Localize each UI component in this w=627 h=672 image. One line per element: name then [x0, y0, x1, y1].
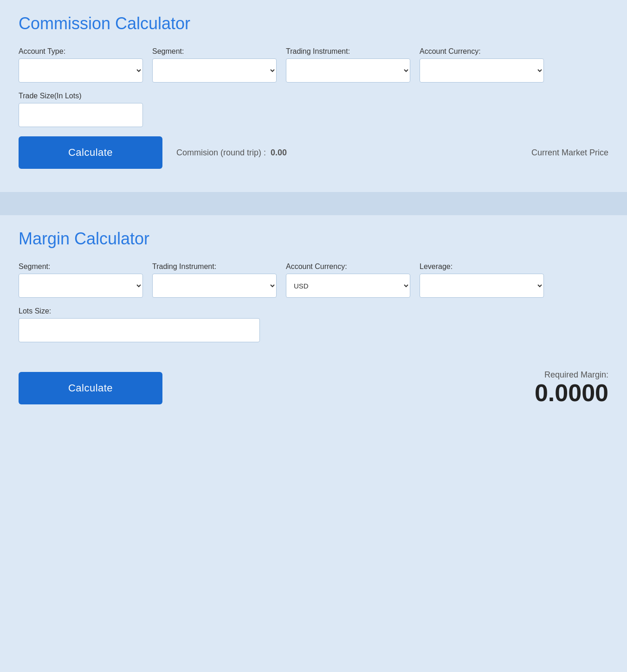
trade-size-label: Trade Size(In Lots) — [19, 92, 143, 100]
commission-trading-instrument-label: Trading Instrument: — [286, 47, 410, 56]
margin-calculator-section: Margin Calculator Segment: Trading Instr… — [0, 215, 627, 429]
commission-form-row-2: Trade Size(In Lots) — [19, 92, 608, 127]
margin-form-row-2: Lots Size: — [19, 307, 608, 342]
margin-leverage-select[interactable] — [420, 274, 544, 298]
margin-trading-instrument-group: Trading Instrument: — [152, 262, 277, 298]
commission-trading-instrument-select[interactable] — [286, 58, 410, 83]
commission-account-currency-label: Account Currency: — [420, 47, 544, 56]
required-margin-label: Required Margin: — [535, 370, 608, 380]
trade-size-input[interactable] — [19, 103, 143, 127]
trade-size-group: Trade Size(In Lots) — [19, 92, 143, 127]
commission-account-currency-group: Account Currency: — [420, 47, 544, 83]
commission-action-left: Calculate Commision (round trip) : 0.00 — [19, 136, 287, 169]
margin-leverage-group: Leverage: — [420, 262, 544, 298]
required-margin-group: Required Margin: 0.0000 — [535, 370, 608, 406]
margin-account-currency-label: Account Currency: — [286, 262, 410, 271]
commission-segment-select[interactable] — [152, 58, 277, 83]
margin-calculator-title: Margin Calculator — [19, 229, 608, 249]
commission-calculator-title: Commission Calculator — [19, 14, 608, 33]
lots-size-label: Lots Size: — [19, 307, 260, 315]
margin-segment-label: Segment: — [19, 262, 143, 271]
lots-size-input[interactable] — [19, 318, 260, 342]
commission-trading-instrument-group: Trading Instrument: — [286, 47, 410, 83]
margin-trading-instrument-label: Trading Instrument: — [152, 262, 277, 271]
commission-segment-group: Segment: — [152, 47, 277, 83]
commission-account-currency-select[interactable] — [420, 58, 544, 83]
current-market-price-label: Current Market Price — [531, 148, 608, 158]
margin-segment-select[interactable] — [19, 274, 143, 298]
margin-trading-instrument-select[interactable] — [152, 274, 277, 298]
margin-account-currency-group: Account Currency: USD — [286, 262, 410, 298]
commission-result-label: Commision (round trip) : 0.00 — [176, 148, 287, 158]
margin-action-row: Calculate Required Margin: 0.0000 — [19, 370, 608, 406]
account-type-select[interactable] — [19, 58, 143, 83]
account-type-label: Account Type: — [19, 47, 143, 56]
commission-calculator-section: Commission Calculator Account Type: Segm… — [0, 0, 627, 192]
account-type-group: Account Type: — [19, 47, 143, 83]
margin-leverage-label: Leverage: — [420, 262, 544, 271]
commission-segment-label: Segment: — [152, 47, 277, 56]
margin-account-currency-select[interactable]: USD — [286, 274, 410, 298]
margin-segment-group: Segment: — [19, 262, 143, 298]
margin-calculate-button[interactable]: Calculate — [19, 372, 162, 404]
required-margin-value: 0.0000 — [535, 380, 608, 406]
commission-form-row-1: Account Type: Segment: Trading Instrumen… — [19, 47, 608, 83]
commission-value: 0.00 — [271, 148, 287, 157]
section-divider — [0, 192, 627, 215]
lots-size-group: Lots Size: — [19, 307, 260, 342]
commission-calculate-button[interactable]: Calculate — [19, 136, 162, 169]
margin-form-row-1: Segment: Trading Instrument: Account Cur… — [19, 262, 608, 298]
commission-action-row: Calculate Commision (round trip) : 0.00 … — [19, 136, 608, 169]
